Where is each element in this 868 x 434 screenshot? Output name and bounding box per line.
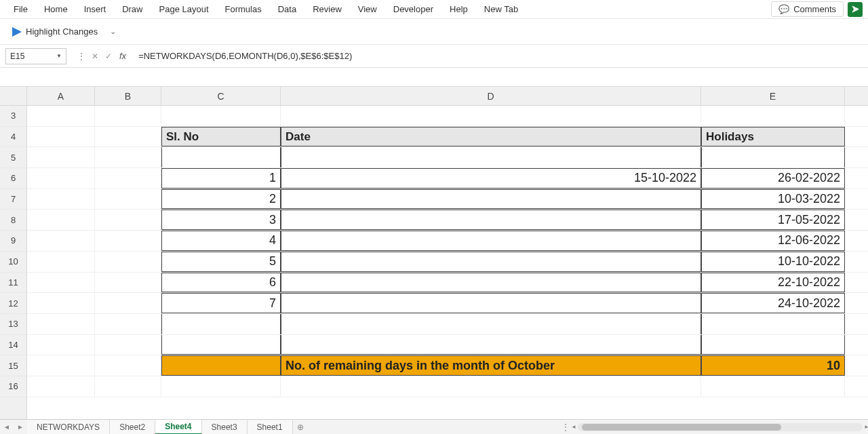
formula-input[interactable]: =NETWORKDAYS(D6,EOMONTH(D6,0),$E$6:$E$12… <box>132 48 868 64</box>
menu-file[interactable]: File <box>5 1 36 17</box>
cell[interactable]: 24-10-2022 <box>701 293 845 313</box>
cell[interactable] <box>281 252 701 272</box>
comments-button[interactable]: 💬 Comments <box>771 1 844 17</box>
cell[interactable]: 1 <box>161 168 281 189</box>
cell[interactable] <box>701 335 845 355</box>
row-header-11[interactable]: 11 <box>0 273 26 294</box>
cell[interactable] <box>27 376 95 397</box>
cell-header-slno[interactable]: Sl. No <box>161 127 281 147</box>
cell[interactable] <box>281 376 701 397</box>
cell[interactable] <box>27 127 95 147</box>
cell[interactable] <box>701 314 845 334</box>
cell[interactable]: 7 <box>161 293 281 313</box>
menu-insert[interactable]: Insert <box>76 1 115 17</box>
row-header-8[interactable]: 8 <box>0 210 26 231</box>
cell[interactable]: 12-06-2022 <box>701 231 845 251</box>
cell[interactable]: 15-10-2022 <box>281 168 701 189</box>
cell[interactable]: 3 <box>161 210 281 230</box>
name-box[interactable]: E15 ▼ <box>5 48 66 64</box>
cell-header-date[interactable]: Date <box>281 127 701 147</box>
toolbar-overflow[interactable]: ⌄ <box>106 27 120 36</box>
cell[interactable]: 10-03-2022 <box>701 189 845 210</box>
cell[interactable] <box>281 106 701 126</box>
cell[interactable] <box>95 376 161 397</box>
cell[interactable] <box>161 106 281 126</box>
row-header-16[interactable]: 16 <box>0 376 26 397</box>
cell[interactable]: 10-10-2022 <box>701 252 845 272</box>
cell[interactable] <box>95 210 161 230</box>
col-header-c[interactable]: C <box>161 87 281 105</box>
cell[interactable] <box>281 293 701 313</box>
col-header-e[interactable]: E <box>701 87 845 105</box>
col-header-d[interactable]: D <box>281 87 701 105</box>
cell[interactable] <box>281 335 701 355</box>
cell-summary-label[interactable]: No. of remaining days in the month of Oc… <box>281 355 701 376</box>
cell[interactable]: 26-02-2022 <box>701 168 845 189</box>
cell[interactable] <box>701 376 845 397</box>
cell[interactable] <box>95 273 161 293</box>
cell[interactable] <box>27 252 95 272</box>
sheet-tab-sheet2[interactable]: Sheet2 <box>110 420 155 434</box>
cell[interactable] <box>95 314 161 334</box>
cell-header-holidays[interactable]: Holidays <box>701 127 845 147</box>
cell[interactable] <box>95 231 161 251</box>
col-header-b[interactable]: B <box>95 87 161 105</box>
scroll-right-icon[interactable]: ► <box>863 423 868 431</box>
spreadsheet-grid[interactable]: A B C D E 3 4 5 6 7 8 9 10 11 12 13 14 1… <box>0 87 868 419</box>
cell[interactable] <box>27 106 95 126</box>
sheet-scroll-left[interactable]: ◄ <box>0 420 14 435</box>
formula-dropdown[interactable]: ⋮ <box>76 48 87 64</box>
menu-draw[interactable]: Draw <box>114 1 151 17</box>
cell[interactable] <box>281 231 701 251</box>
row-header-9[interactable]: 9 <box>0 231 26 252</box>
col-header-a[interactable]: A <box>27 87 95 105</box>
cell[interactable] <box>27 314 95 334</box>
cell[interactable] <box>95 355 161 376</box>
cancel-icon[interactable]: ✕ <box>90 48 100 64</box>
cell[interactable] <box>27 147 95 167</box>
cell[interactable] <box>27 231 95 251</box>
cell[interactable] <box>161 376 281 397</box>
cell[interactable] <box>701 147 845 167</box>
row-header-4[interactable]: 4 <box>0 127 26 148</box>
cell[interactable] <box>161 314 281 334</box>
cell[interactable] <box>95 168 161 189</box>
fx-icon[interactable]: fx <box>117 51 129 61</box>
cell-summary-value[interactable]: 10 <box>701 355 845 376</box>
cell[interactable] <box>27 355 95 376</box>
menu-page-layout[interactable]: Page Layout <box>151 1 217 17</box>
row-header-5[interactable]: 5 <box>0 147 26 168</box>
cell[interactable] <box>27 168 95 189</box>
select-all-corner[interactable] <box>0 87 27 106</box>
sheet-tab-sheet3[interactable]: Sheet3 <box>202 420 248 434</box>
menu-new-tab[interactable]: New Tab <box>476 1 526 17</box>
row-header-12[interactable]: 12 <box>0 293 26 314</box>
cell[interactable] <box>95 252 161 272</box>
row-header-14[interactable]: 14 <box>0 335 26 356</box>
sheet-tab-networkdays[interactable]: NETWORKDAYS <box>27 420 110 434</box>
cell[interactable] <box>95 293 161 313</box>
cell[interactable] <box>95 106 161 126</box>
row-header-3[interactable]: 3 <box>0 106 26 127</box>
row-header-13[interactable]: 13 <box>0 314 26 335</box>
cell[interactable] <box>95 335 161 355</box>
cell[interactable]: 17-05-2022 <box>701 210 845 230</box>
scrollbar-thumb[interactable] <box>582 424 781 431</box>
sheet-tab-sheet1[interactable]: Sheet1 <box>248 420 293 434</box>
horizontal-scrollbar[interactable]: ◄ ► <box>578 423 863 431</box>
cell[interactable] <box>161 147 281 167</box>
row-header-15[interactable]: 15 <box>0 355 26 376</box>
menu-data[interactable]: Data <box>270 1 304 17</box>
cell[interactable] <box>27 335 95 355</box>
menu-view[interactable]: View <box>350 1 385 17</box>
row-header-7[interactable]: 7 <box>0 189 26 210</box>
cell[interactable]: 6 <box>161 273 281 293</box>
cell[interactable] <box>161 335 281 355</box>
cell[interactable]: 4 <box>161 231 281 251</box>
cell[interactable] <box>281 314 701 334</box>
cell[interactable] <box>27 210 95 230</box>
enter-icon[interactable]: ✓ <box>103 48 114 64</box>
highlight-changes-button[interactable]: Highlight Changes <box>8 24 102 39</box>
menu-developer[interactable]: Developer <box>385 1 441 17</box>
menu-review[interactable]: Review <box>304 1 350 17</box>
